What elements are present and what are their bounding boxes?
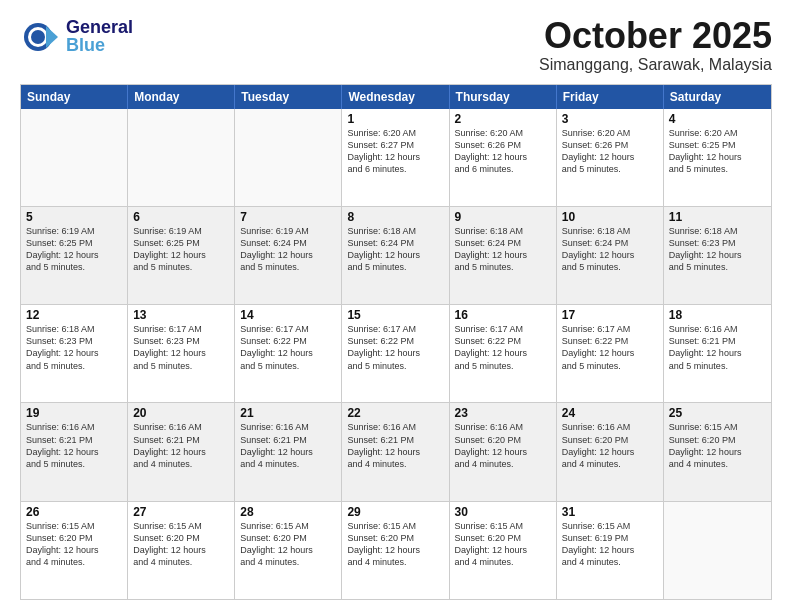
logo-text-block: General Blue (66, 18, 133, 56)
calendar-cell: 15Sunrise: 6:17 AM Sunset: 6:22 PM Dayli… (342, 305, 449, 402)
day-number: 18 (669, 308, 766, 322)
day-number: 29 (347, 505, 443, 519)
calendar-cell: 10Sunrise: 6:18 AM Sunset: 6:24 PM Dayli… (557, 207, 664, 304)
day-number: 21 (240, 406, 336, 420)
cell-info: Sunrise: 6:15 AM Sunset: 6:19 PM Dayligh… (562, 520, 658, 569)
day-number: 14 (240, 308, 336, 322)
calendar-cell: 29Sunrise: 6:15 AM Sunset: 6:20 PM Dayli… (342, 502, 449, 599)
cell-info: Sunrise: 6:16 AM Sunset: 6:21 PM Dayligh… (133, 421, 229, 470)
calendar-cell: 22Sunrise: 6:16 AM Sunset: 6:21 PM Dayli… (342, 403, 449, 500)
cell-info: Sunrise: 6:17 AM Sunset: 6:22 PM Dayligh… (562, 323, 658, 372)
calendar-header: Sunday Monday Tuesday Wednesday Thursday… (21, 85, 771, 109)
cell-info: Sunrise: 6:16 AM Sunset: 6:21 PM Dayligh… (240, 421, 336, 470)
header-tuesday: Tuesday (235, 85, 342, 109)
calendar-row: 12Sunrise: 6:18 AM Sunset: 6:23 PM Dayli… (21, 305, 771, 403)
calendar-cell (128, 109, 235, 206)
day-number: 22 (347, 406, 443, 420)
day-number: 7 (240, 210, 336, 224)
calendar-cell: 18Sunrise: 6:16 AM Sunset: 6:21 PM Dayli… (664, 305, 771, 402)
calendar-cell: 4Sunrise: 6:20 AM Sunset: 6:25 PM Daylig… (664, 109, 771, 206)
day-number: 3 (562, 112, 658, 126)
cell-info: Sunrise: 6:20 AM Sunset: 6:26 PM Dayligh… (455, 127, 551, 176)
calendar-cell: 11Sunrise: 6:18 AM Sunset: 6:23 PM Dayli… (664, 207, 771, 304)
calendar-row: 26Sunrise: 6:15 AM Sunset: 6:20 PM Dayli… (21, 502, 771, 599)
day-number: 8 (347, 210, 443, 224)
day-number: 24 (562, 406, 658, 420)
day-number: 11 (669, 210, 766, 224)
cell-info: Sunrise: 6:15 AM Sunset: 6:20 PM Dayligh… (240, 520, 336, 569)
calendar-row: 5Sunrise: 6:19 AM Sunset: 6:25 PM Daylig… (21, 207, 771, 305)
calendar-cell: 23Sunrise: 6:16 AM Sunset: 6:20 PM Dayli… (450, 403, 557, 500)
calendar-row: 19Sunrise: 6:16 AM Sunset: 6:21 PM Dayli… (21, 403, 771, 501)
day-number: 26 (26, 505, 122, 519)
logo-blue: Blue (66, 36, 133, 56)
calendar-cell: 9Sunrise: 6:18 AM Sunset: 6:24 PM Daylig… (450, 207, 557, 304)
calendar-cell: 1Sunrise: 6:20 AM Sunset: 6:27 PM Daylig… (342, 109, 449, 206)
calendar-cell: 25Sunrise: 6:15 AM Sunset: 6:20 PM Dayli… (664, 403, 771, 500)
calendar-cell: 17Sunrise: 6:17 AM Sunset: 6:22 PM Dayli… (557, 305, 664, 402)
cell-info: Sunrise: 6:15 AM Sunset: 6:20 PM Dayligh… (669, 421, 766, 470)
cell-info: Sunrise: 6:16 AM Sunset: 6:21 PM Dayligh… (26, 421, 122, 470)
cell-info: Sunrise: 6:17 AM Sunset: 6:23 PM Dayligh… (133, 323, 229, 372)
day-number: 27 (133, 505, 229, 519)
day-number: 4 (669, 112, 766, 126)
day-number: 10 (562, 210, 658, 224)
location-title: Simanggang, Sarawak, Malaysia (539, 56, 772, 74)
header: General Blue October 2025 Simanggang, Sa… (20, 16, 772, 74)
page: General Blue October 2025 Simanggang, Sa… (0, 0, 792, 612)
calendar-cell: 8Sunrise: 6:18 AM Sunset: 6:24 PM Daylig… (342, 207, 449, 304)
calendar-cell: 27Sunrise: 6:15 AM Sunset: 6:20 PM Dayli… (128, 502, 235, 599)
calendar-cell: 19Sunrise: 6:16 AM Sunset: 6:21 PM Dayli… (21, 403, 128, 500)
logo-icon: General Blue (20, 16, 133, 58)
cell-info: Sunrise: 6:16 AM Sunset: 6:21 PM Dayligh… (669, 323, 766, 372)
cell-info: Sunrise: 6:19 AM Sunset: 6:25 PM Dayligh… (26, 225, 122, 274)
month-title: October 2025 (539, 16, 772, 56)
calendar-cell: 21Sunrise: 6:16 AM Sunset: 6:21 PM Dayli… (235, 403, 342, 500)
title-block: October 2025 Simanggang, Sarawak, Malays… (539, 16, 772, 74)
calendar: Sunday Monday Tuesday Wednesday Thursday… (20, 84, 772, 600)
day-number: 16 (455, 308, 551, 322)
header-friday: Friday (557, 85, 664, 109)
calendar-cell: 6Sunrise: 6:19 AM Sunset: 6:25 PM Daylig… (128, 207, 235, 304)
calendar-cell: 26Sunrise: 6:15 AM Sunset: 6:20 PM Dayli… (21, 502, 128, 599)
calendar-cell: 5Sunrise: 6:19 AM Sunset: 6:25 PM Daylig… (21, 207, 128, 304)
day-number: 1 (347, 112, 443, 126)
cell-info: Sunrise: 6:18 AM Sunset: 6:23 PM Dayligh… (669, 225, 766, 274)
cell-info: Sunrise: 6:20 AM Sunset: 6:27 PM Dayligh… (347, 127, 443, 176)
day-number: 2 (455, 112, 551, 126)
day-number: 31 (562, 505, 658, 519)
calendar-cell: 28Sunrise: 6:15 AM Sunset: 6:20 PM Dayli… (235, 502, 342, 599)
cell-info: Sunrise: 6:15 AM Sunset: 6:20 PM Dayligh… (133, 520, 229, 569)
logo-svg (20, 16, 62, 58)
calendar-row: 1Sunrise: 6:20 AM Sunset: 6:27 PM Daylig… (21, 109, 771, 207)
calendar-cell: 7Sunrise: 6:19 AM Sunset: 6:24 PM Daylig… (235, 207, 342, 304)
cell-info: Sunrise: 6:16 AM Sunset: 6:20 PM Dayligh… (562, 421, 658, 470)
cell-info: Sunrise: 6:15 AM Sunset: 6:20 PM Dayligh… (26, 520, 122, 569)
header-wednesday: Wednesday (342, 85, 449, 109)
day-number: 23 (455, 406, 551, 420)
day-number: 13 (133, 308, 229, 322)
header-saturday: Saturday (664, 85, 771, 109)
logo: General Blue (20, 16, 133, 58)
cell-info: Sunrise: 6:16 AM Sunset: 6:20 PM Dayligh… (455, 421, 551, 470)
calendar-body: 1Sunrise: 6:20 AM Sunset: 6:27 PM Daylig… (21, 109, 771, 599)
cell-info: Sunrise: 6:17 AM Sunset: 6:22 PM Dayligh… (347, 323, 443, 372)
day-number: 9 (455, 210, 551, 224)
calendar-cell: 13Sunrise: 6:17 AM Sunset: 6:23 PM Dayli… (128, 305, 235, 402)
calendar-cell: 30Sunrise: 6:15 AM Sunset: 6:20 PM Dayli… (450, 502, 557, 599)
calendar-cell: 16Sunrise: 6:17 AM Sunset: 6:22 PM Dayli… (450, 305, 557, 402)
day-number: 5 (26, 210, 122, 224)
header-sunday: Sunday (21, 85, 128, 109)
day-number: 19 (26, 406, 122, 420)
calendar-cell (235, 109, 342, 206)
cell-info: Sunrise: 6:19 AM Sunset: 6:25 PM Dayligh… (133, 225, 229, 274)
calendar-cell: 2Sunrise: 6:20 AM Sunset: 6:26 PM Daylig… (450, 109, 557, 206)
day-number: 25 (669, 406, 766, 420)
cell-info: Sunrise: 6:18 AM Sunset: 6:24 PM Dayligh… (347, 225, 443, 274)
calendar-cell: 14Sunrise: 6:17 AM Sunset: 6:22 PM Dayli… (235, 305, 342, 402)
cell-info: Sunrise: 6:18 AM Sunset: 6:23 PM Dayligh… (26, 323, 122, 372)
calendar-cell (664, 502, 771, 599)
calendar-cell: 20Sunrise: 6:16 AM Sunset: 6:21 PM Dayli… (128, 403, 235, 500)
header-thursday: Thursday (450, 85, 557, 109)
header-monday: Monday (128, 85, 235, 109)
